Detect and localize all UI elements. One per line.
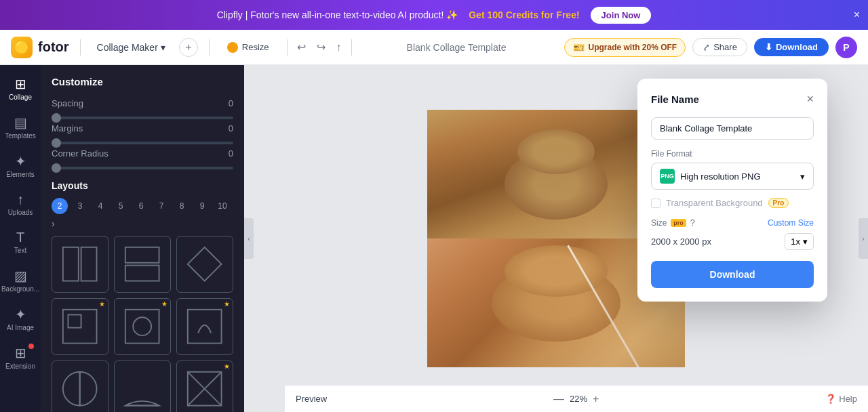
templates-icon: ▤ [14,115,27,131]
svg-rect-5 [68,315,81,328]
undo-button[interactable]: ↩ [293,37,310,58]
layout-item-6[interactable]: ★ [176,298,233,355]
sidebar-item-extension[interactable]: ⊞ Extension [3,339,38,375]
resize-dot [227,42,238,53]
svg-rect-8 [188,310,222,344]
header-download-button[interactable]: ⬇ Download [754,38,829,56]
layout-num-2[interactable]: 2 [52,198,68,214]
layout-num-6[interactable]: 6 [133,198,149,214]
size-px-value: 2000 x 2000 px [651,236,711,247]
share-button[interactable]: ⤤ Share [692,38,747,56]
logo: 🟡 fotor [11,37,69,58]
layout-num-10[interactable]: 10 [214,198,231,214]
uploads-label: Uploads [8,209,33,216]
size-row: Size pro ? Custom Size [651,218,814,228]
layout-more-arrow[interactable]: › [52,218,55,229]
format-left: PNG High resolution PNG [660,169,761,184]
modal-download-button[interactable]: Download [651,261,814,288]
sidebar-item-collage[interactable]: ⊞ Collage [3,70,38,106]
transparent-checkbox[interactable] [651,199,660,208]
right-collapse-handle[interactable]: › [859,218,868,259]
format-chevron: ▾ [800,171,805,182]
layout-num-9[interactable]: 9 [194,198,210,214]
panel-title: Customize [52,76,233,87]
layout-num-7[interactable]: 7 [153,198,170,214]
layout-item-8[interactable] [114,360,171,412]
layout-num-4[interactable]: 4 [92,198,108,214]
help-icon: ❓ [825,394,836,404]
layout-item-1[interactable] [52,236,108,293]
size-help-icon[interactable]: ? [690,218,695,228]
layout-num-8[interactable]: 8 [174,198,190,214]
layout-num-3[interactable]: 3 [72,198,88,214]
svg-rect-1 [81,247,97,281]
text-label: Text [14,247,26,254]
zoom-in-button[interactable]: + [593,393,599,405]
share-icon: ⤤ [703,42,710,52]
save-button[interactable]: ↑ [332,37,346,58]
upgrade-button[interactable]: 🎫 Upgrade with 20% OFF [564,38,686,57]
margins-label: Margins [52,123,83,133]
svg-rect-0 [63,247,79,281]
extension-notification-dot [28,344,34,349]
add-button[interactable]: + [179,38,198,57]
share-label: Share [713,42,737,52]
svg-rect-6 [125,310,159,344]
bottom-bar: Preview — 22% + ❓ Help [285,385,868,412]
sidebar-item-uploads[interactable]: ↑ Uploads [3,186,38,222]
layout-item-2[interactable] [114,236,171,293]
banner-close-button[interactable]: × [854,9,860,21]
margins-slider[interactable] [52,142,233,144]
spacing-slider[interactable] [52,117,233,119]
sidebar-item-templates[interactable]: ▤ Templates [3,109,38,145]
help-button[interactable]: ❓ Help [825,394,857,404]
zoom-value: 22% [570,394,587,404]
join-now-button[interactable]: Join Now [591,7,652,24]
svg-point-7 [134,318,152,336]
corner-radius-row: Corner Radius 0 [52,148,233,159]
sidebar-item-background[interactable]: ▨ Backgroun... [3,262,38,298]
margins-track [52,142,233,144]
modal-close-button[interactable]: × [806,92,814,106]
sidebar-item-elements[interactable]: ✦ Elements [3,148,38,184]
header-divider4 [351,39,352,56]
sidebar-item-ai-image[interactable]: ✦ AI Image [3,301,38,337]
resize-button[interactable]: Resize [220,39,276,56]
logo-text: fotor [38,39,69,55]
collage-maker-button[interactable]: Collage Maker ▾ [92,39,171,56]
preview-button[interactable]: Preview [296,394,327,404]
scale-select[interactable]: 1x ▾ [785,233,814,250]
size-left: Size pro ? [651,218,695,228]
format-select[interactable]: PNG High resolution PNG ▾ [651,163,814,190]
svg-rect-2 [125,247,159,263]
avatar[interactable]: P [835,37,857,58]
layout-item-9[interactable]: ★ [176,360,233,412]
scale-value: 1x [791,236,800,247]
zoom-out-button[interactable]: — [553,393,564,405]
layout-item-3[interactable] [176,236,233,293]
layout-item-7[interactable] [52,360,108,412]
left-collapse-handle[interactable]: ‹ [244,218,254,259]
filename-input[interactable] [651,117,814,140]
spacing-label: Spacing [52,98,83,108]
scale-chevron: ▾ [803,236,808,247]
collage-maker-chevron: ▾ [161,42,165,53]
corner-radius-thumb[interactable] [52,163,61,173]
ai-image-icon: ✦ [15,306,26,323]
spacing-track [52,117,233,119]
upgrade-label: Upgrade with 20% OFF [589,43,677,52]
pro-star-9: ★ [224,363,230,370]
banner-text: Clipfly | Fotor's new all-in-one text-to… [217,9,458,20]
layout-item-4[interactable]: ★ [52,298,108,355]
corner-radius-slider[interactable] [52,167,233,169]
canvas-area: ‹ [244,65,868,412]
transparent-label: Transparent Background [666,198,763,208]
margins-thumb[interactable] [52,138,61,148]
redo-button[interactable]: ↪ [313,37,330,58]
spacing-value: 0 [229,98,233,108]
custom-size-link[interactable]: Custom Size [768,218,814,228]
layout-num-5[interactable]: 5 [113,198,129,214]
sidebar-item-text[interactable]: T Text [3,224,38,260]
layout-item-5[interactable]: ★ [114,298,171,355]
spacing-thumb[interactable] [52,113,61,123]
